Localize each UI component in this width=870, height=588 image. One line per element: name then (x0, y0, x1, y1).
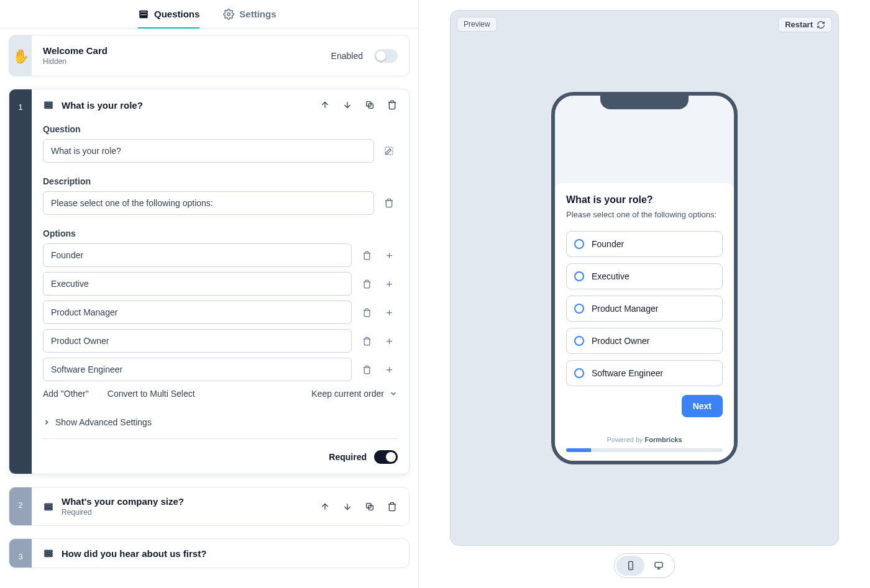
svg-rect-10 (45, 504, 52, 505)
required-label: Required (329, 452, 367, 462)
question-index-3: 3 (9, 539, 32, 568)
preview-badge: Preview (457, 17, 497, 32)
required-toggle[interactable] (374, 450, 398, 464)
radio-icon (574, 304, 584, 314)
add-option-button[interactable] (380, 279, 398, 289)
move-down-button[interactable] (342, 99, 353, 111)
order-dropdown-label: Keep current order (311, 389, 384, 399)
options-label: Options (43, 228, 398, 238)
smartphone-icon (626, 561, 636, 571)
survey-card: What is your role? Please select one of … (555, 183, 734, 460)
option-input[interactable] (43, 301, 352, 324)
tab-settings[interactable]: Settings (223, 0, 276, 28)
question-card-2[interactable]: 2 What's your company size? Required (9, 487, 410, 526)
question-index-1: 1 (9, 89, 32, 474)
refresh-icon (817, 20, 825, 29)
delete-option-button[interactable] (358, 279, 375, 289)
chevron-right-icon (43, 418, 50, 426)
radio-icon (574, 239, 584, 249)
svg-rect-0 (140, 11, 147, 12)
advanced-settings-label: Show Advanced Settings (55, 417, 152, 427)
survey-option-label: Founder (592, 239, 624, 249)
delete-option-button[interactable] (358, 337, 375, 346)
rows-icon (43, 99, 54, 111)
add-option-button[interactable] (380, 337, 398, 346)
move-up-button[interactable] (319, 99, 331, 111)
svg-rect-2 (140, 16, 147, 17)
move-up-button[interactable] (319, 501, 331, 512)
welcome-card[interactable]: ✋ Welcome Card Hidden Enabled (9, 35, 410, 76)
restart-button[interactable]: Restart (778, 17, 832, 32)
add-option-button[interactable] (380, 365, 398, 374)
question-label: Question (43, 124, 398, 134)
tab-questions[interactable]: Questions (138, 0, 199, 28)
survey-option[interactable]: Product Manager (566, 296, 723, 322)
radio-icon (574, 368, 584, 378)
divider (43, 438, 398, 439)
survey-option[interactable]: Software Engineer (566, 360, 723, 386)
q3-title: How did you hear about us first? (62, 548, 206, 559)
progress-bar (566, 448, 723, 452)
welcome-enabled-toggle[interactable] (374, 49, 398, 63)
delete-button[interactable] (387, 501, 398, 512)
powered-brand: Formbricks (645, 436, 682, 443)
duplicate-button[interactable] (364, 99, 375, 111)
survey-option-label: Product Owner (592, 336, 649, 346)
svg-rect-18 (628, 561, 633, 569)
option-input[interactable] (43, 272, 352, 296)
restart-label: Restart (785, 20, 813, 29)
svg-rect-9 (385, 147, 393, 155)
mobile-view-button[interactable] (616, 556, 644, 576)
preview-frame: Preview Restart What is your role? Pleas… (450, 10, 839, 546)
delete-button[interactable] (387, 99, 398, 111)
svg-rect-16 (45, 553, 52, 554)
delete-option-button[interactable] (358, 251, 375, 260)
next-button[interactable]: Next (682, 395, 723, 417)
rows-icon (43, 548, 54, 559)
phone-mockup: What is your role? Please select one of … (551, 92, 738, 464)
question-input[interactable] (43, 139, 374, 163)
radio-icon (574, 271, 584, 281)
option-input[interactable] (43, 329, 352, 353)
duplicate-button[interactable] (364, 501, 375, 512)
question-card-1: 1 What is your role? Question (9, 89, 410, 474)
question-card-3[interactable]: 3 How did you hear about us first? (9, 538, 410, 568)
svg-point-3 (227, 12, 231, 16)
editor-tabs: Questions Settings (0, 0, 418, 29)
svg-rect-20 (655, 563, 662, 568)
survey-option-label: Product Manager (592, 304, 658, 314)
move-down-button[interactable] (342, 501, 353, 512)
chevron-down-icon (389, 389, 398, 398)
question-index-2: 2 (9, 487, 32, 525)
survey-option[interactable]: Product Owner (566, 328, 723, 354)
description-input[interactable] (43, 191, 374, 215)
q2-title: What's your company size? (62, 496, 184, 507)
add-option-button[interactable] (380, 308, 398, 317)
order-dropdown[interactable]: Keep current order (311, 389, 398, 399)
edit-icon[interactable] (380, 146, 398, 156)
welcome-card-title: Welcome Card (43, 45, 108, 56)
survey-option[interactable]: Executive (566, 263, 723, 289)
delete-description-button[interactable] (380, 198, 398, 208)
svg-rect-4 (45, 102, 52, 104)
option-input[interactable] (43, 358, 352, 381)
q1-title: What is your role? (62, 100, 143, 111)
advanced-settings-toggle[interactable]: Show Advanced Settings (43, 417, 398, 427)
desktop-view-button[interactable] (644, 556, 672, 576)
survey-option[interactable]: Founder (566, 231, 723, 257)
monitor-icon (654, 561, 664, 571)
option-input[interactable] (43, 243, 352, 267)
delete-option-button[interactable] (358, 365, 375, 374)
powered-prefix: Powered by (607, 436, 644, 443)
survey-option-label: Software Engineer (592, 368, 663, 378)
description-label: Description (43, 176, 398, 186)
add-other-button[interactable]: Add "Other" (43, 389, 89, 399)
tab-questions-label: Questions (154, 9, 199, 19)
delete-option-button[interactable] (358, 308, 375, 317)
convert-multiselect-button[interactable]: Convert to Multi Select (108, 389, 195, 399)
svg-rect-6 (45, 107, 52, 108)
device-toggle (614, 553, 675, 578)
svg-rect-11 (45, 506, 52, 507)
add-option-button[interactable] (380, 251, 398, 260)
svg-rect-1 (140, 14, 147, 16)
